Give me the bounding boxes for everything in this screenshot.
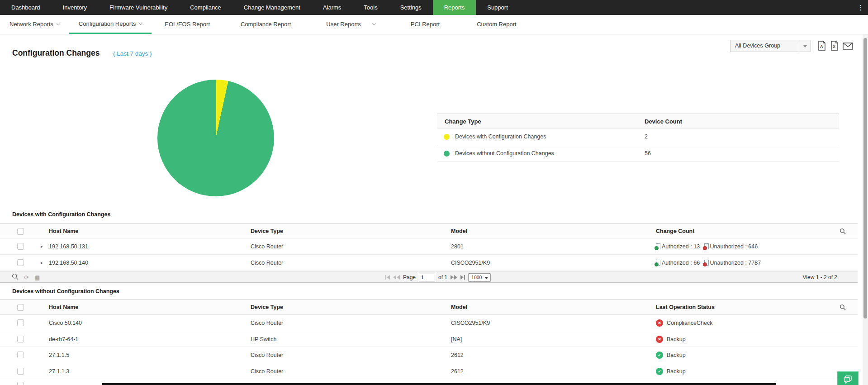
device-group-dropdown[interactable]: All Devices Group	[730, 40, 811, 52]
authorized-count: Authorized : 13	[662, 243, 700, 250]
legend-col-change-type: Change Type	[445, 114, 481, 129]
tab-eol-eos-report[interactable]: EOL/EOS Report	[155, 15, 219, 34]
svg-text:A: A	[820, 44, 823, 49]
authorized-doc-icon	[656, 243, 660, 249]
device-group-value: All Devices Group	[735, 40, 780, 52]
model-cell: 2612	[451, 363, 464, 380]
tab-label: EOL/EOS Report	[165, 15, 210, 33]
tab-network-reports[interactable]: Network Reports	[0, 15, 69, 34]
page-size-dropdown[interactable]: 1000	[468, 273, 491, 282]
row-checkbox[interactable]	[17, 368, 24, 375]
nav-settings[interactable]: Settings	[389, 0, 433, 15]
svg-text:X: X	[833, 44, 835, 49]
device-type-cell: Cisco Router	[251, 315, 283, 331]
row-checkbox[interactable]	[17, 352, 24, 358]
unauthorized-count: Unauthorized : 646	[710, 243, 758, 250]
col-change-count: Change Count	[656, 224, 694, 239]
table-row[interactable]: Cisco 50.140 Cisco Router CISCO2951/K9 ✕…	[0, 315, 858, 331]
tab-user-reports[interactable]: User Reports	[317, 15, 385, 34]
kebab-menu-icon[interactable]: ⋮	[857, 0, 864, 15]
tab-label: Custom Report	[477, 15, 516, 33]
vertical-scrollbar-thumb[interactable]	[863, 38, 867, 318]
device-type-cell: Cisco Router	[251, 238, 283, 255]
nav-dashboard[interactable]: Dashboard	[0, 0, 52, 15]
export-excel-icon[interactable]: X	[830, 40, 840, 52]
host-name-cell: 192.168.50.131	[49, 238, 88, 255]
first-page-button[interactable]	[385, 275, 390, 280]
export-email-icon[interactable]	[842, 40, 853, 52]
legend-count: 56	[645, 145, 651, 162]
dropdown-arrow[interactable]	[799, 40, 811, 52]
export-pdf-icon[interactable]: A	[817, 40, 828, 52]
table-row[interactable]: 27.1.1.3 Cisco Router 2612 ✓ Backup	[0, 363, 858, 379]
nav-compliance[interactable]: Compliance	[179, 0, 232, 15]
tab-label: Network Reports	[9, 15, 53, 33]
next-page-button[interactable]	[451, 275, 457, 280]
model-cell: 2612	[451, 347, 464, 363]
model-cell: CISCO2951/K9	[451, 255, 490, 271]
unauthorized-doc-icon	[704, 243, 709, 249]
chevron-down-icon	[139, 21, 142, 24]
reports-sub-navigation: Network Reports Configuration Reports EO…	[0, 15, 868, 34]
expand-row-icon[interactable]: ▸	[41, 255, 43, 271]
last-operation-status-cell: ComplianceCheck	[667, 315, 712, 331]
select-all-checkbox[interactable]	[17, 304, 24, 311]
tab-custom-report[interactable]: Custom Report	[467, 15, 526, 34]
top-navigation: Dashboard Inventory Firmware Vulnerabili…	[0, 0, 868, 15]
nav-firmware-vulnerability[interactable]: Firmware Vulnerability	[98, 0, 179, 15]
table-row[interactable]: ▸ 192.168.50.140 Cisco Router CISCO2951/…	[0, 255, 858, 271]
change-count-cell: Authorized : 13 Unauthorized : 646	[656, 238, 758, 255]
row-checkbox[interactable]	[17, 382, 24, 385]
change-count-cell: Authorized : 66 Unauthorized : 7787	[656, 255, 761, 271]
legend-row: Devices without Configuration Changes 56	[437, 145, 839, 162]
nav-change-management[interactable]: Change Management	[232, 0, 312, 15]
legend-label: Devices without Configuration Changes	[455, 145, 554, 162]
col-model: Model	[451, 300, 467, 315]
tab-compliance-report[interactable]: Compliance Report	[231, 15, 300, 34]
row-checkbox[interactable]	[17, 336, 24, 342]
select-all-checkbox[interactable]	[17, 228, 24, 235]
table-row[interactable]: de-rh7-64-1 HP Switch [NA] ✕ Backup	[0, 331, 858, 347]
nav-support[interactable]: Support	[476, 0, 519, 15]
col-host-name: Host Name	[49, 224, 78, 239]
tab-label: User Reports	[326, 15, 361, 33]
table1-pagination-bar: ⟳ ▦ Page of 1 1000 View 1 - 2 of 2	[0, 271, 858, 283]
live-chat-button[interactable]	[837, 371, 859, 385]
nav-tools[interactable]: Tools	[352, 0, 389, 15]
tab-pci-report[interactable]: PCI Report	[401, 15, 449, 34]
legend-count: 2	[645, 128, 648, 145]
nav-alarms[interactable]: Alarms	[312, 0, 352, 15]
search-icon[interactable]	[840, 228, 846, 236]
chart-legend-table: Change Type Device Count Devices with Co…	[437, 114, 839, 162]
row-checkbox[interactable]	[17, 319, 24, 326]
status-failed-icon: ✕	[656, 319, 663, 327]
report-period-link[interactable]: ( Last 7 days )	[113, 50, 152, 57]
expand-row-icon[interactable]: ▸	[41, 238, 43, 255]
table-row[interactable]: ▸ 192.168.50.131 Cisco Router 2801 Autho…	[0, 238, 858, 255]
last-page-button[interactable]	[460, 275, 465, 280]
row-checkbox[interactable]	[17, 243, 24, 250]
triangle-down-icon	[803, 45, 807, 48]
status-success-icon: ✓	[656, 368, 663, 375]
page-size-value: 1000	[471, 275, 482, 280]
previous-page-button[interactable]	[393, 275, 400, 280]
nav-inventory[interactable]: Inventory	[52, 0, 98, 15]
col-last-operation-status: Last Operation Status	[656, 300, 715, 315]
page-of-label: of 1	[438, 274, 447, 280]
tab-configuration-reports[interactable]: Configuration Reports	[69, 15, 152, 34]
refresh-icon[interactable]: ⟳	[24, 274, 29, 281]
page-number-input[interactable]	[419, 274, 435, 281]
host-name-cell: 27.1.1.5	[49, 347, 69, 363]
table-view-icon[interactable]: ▦	[34, 274, 40, 281]
page-title: Configuration Changes	[12, 48, 100, 58]
view-range-label: View 1 - 2 of 2	[803, 271, 838, 283]
host-name-cell: Cisco 50.140	[49, 315, 82, 331]
pie-chart	[157, 80, 274, 196]
host-name-cell: de-rh7-64-1	[49, 331, 78, 347]
col-model: Model	[451, 224, 467, 239]
row-checkbox[interactable]	[17, 259, 24, 266]
search-icon[interactable]	[840, 304, 846, 312]
table-search-icon[interactable]	[12, 273, 19, 282]
table-row[interactable]: 27.1.1.5 Cisco Router 2612 ✓ Backup	[0, 347, 858, 363]
nav-reports[interactable]: Reports	[433, 0, 476, 15]
